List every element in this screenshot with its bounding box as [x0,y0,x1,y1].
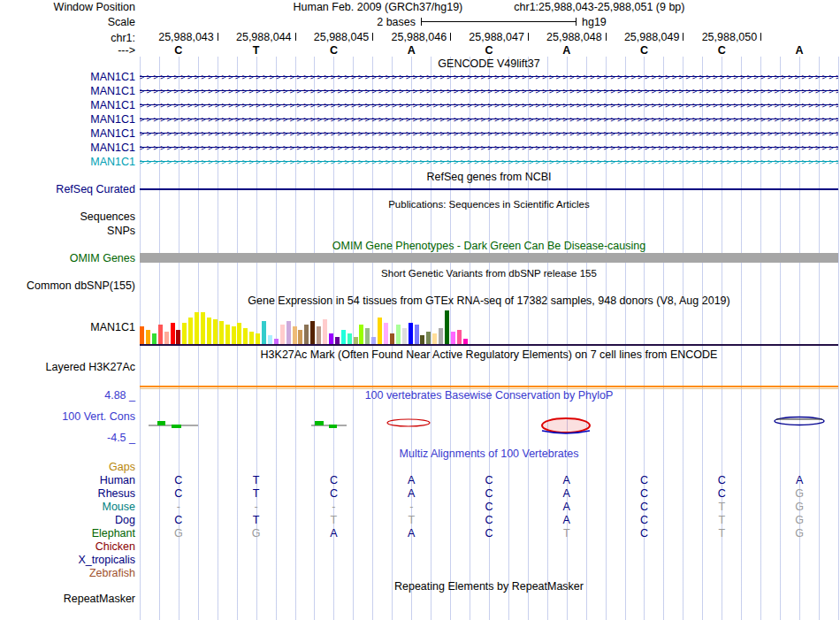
alignment-base-mouse-1: - [177,501,180,513]
gtex-bar[interactable] [396,325,401,344]
gtex-bar[interactable] [256,333,260,344]
gtex-bar[interactable] [207,318,211,344]
gtex-bar[interactable] [146,330,150,344]
gene-label-man1c1-3[interactable]: MAN1C1 [0,99,135,111]
gtex-bar[interactable] [445,310,449,344]
layered-h3k27ac-label[interactable]: Layered H3K27Ac [0,361,135,373]
gene-transcript-line-1[interactable]: >>>>>>>>>>>>>>>>>>>>>>>>>>>>>>>>>>>>>>>>… [140,72,838,82]
gtex-bar[interactable] [359,325,363,344]
genome-browser-image[interactable]: Human Feb. 2009 (GRCh37/hg19) chr1:25,98… [0,0,840,620]
ruler-tick [760,33,761,41]
common-dbsnp-label[interactable]: Common dbSNP(155) [0,279,135,292]
gtex-bar[interactable] [378,318,382,344]
gtex-bar[interactable] [329,333,333,344]
gene-transcript-line-7[interactable]: >>>>>>>>>>>>>>>>>>>>>>>>>>>>>>>>>>>>>>>>… [140,157,838,167]
gtex-bar[interactable] [201,312,205,344]
repeatmasker-label[interactable]: RepeatMasker [0,593,135,605]
gtex-bar[interactable] [317,326,321,344]
species-label-zebrafish[interactable]: Zebrafish [0,567,135,579]
alignment-base-human-5: C [485,474,493,486]
gene-transcript-line-6[interactable]: >>>>>>>>>>>>>>>>>>>>>>>>>>>>>>>>>>>>>>>>… [140,142,838,153]
refseq-curated-label[interactable]: RefSeq Curated [0,183,135,195]
species-label-x_tropicalis[interactable]: X_tropicalis [0,554,135,566]
gtex-bar[interactable] [237,323,241,344]
gtex-bar[interactable] [420,335,424,344]
gtex-bar[interactable] [384,323,388,344]
phylop-signal[interactable] [140,402,838,443]
omim-genes-label[interactable]: OMIM Genes [0,252,135,264]
gtex-bar[interactable] [335,337,340,344]
gtex-bar[interactable] [243,328,248,344]
sequences-label[interactable]: Sequences [0,210,135,223]
gtex-bar[interactable] [140,326,144,344]
gtex-bar[interactable] [402,328,407,344]
gtex-bar[interactable] [219,321,224,344]
gene-label-man1c1-6[interactable]: MAN1C1 [0,142,135,154]
gene-transcript-line-3[interactable]: >>>>>>>>>>>>>>>>>>>>>>>>>>>>>>>>>>>>>>>>… [140,100,838,111]
gtex-bar[interactable] [451,332,455,344]
gene-label-man1c1-4[interactable]: MAN1C1 [0,113,135,126]
gtex-bar[interactable] [365,328,370,344]
gtex-bar[interactable] [268,335,272,344]
gtex-bar[interactable] [323,319,327,344]
gtex-bar[interactable] [262,321,266,344]
gene-transcript-line-5[interactable]: >>>>>>>>>>>>>>>>>>>>>>>>>>>>>>>>>>>>>>>>… [140,128,838,139]
omim-gene-bar[interactable] [140,253,838,263]
gtex-bar[interactable] [415,325,419,344]
gtex-bar[interactable] [232,326,236,344]
gene-label-man1c1-7[interactable]: MAN1C1 [0,156,135,168]
gene-transcript-line-4[interactable]: >>>>>>>>>>>>>>>>>>>>>>>>>>>>>>>>>>>>>>>>… [140,114,838,125]
gtex-bar[interactable] [182,323,187,344]
alignment-base-mouse-9: G [795,501,804,513]
gtex-bar[interactable] [225,325,230,344]
gtex-bar[interactable] [286,321,291,344]
gtex-bar[interactable] [213,319,218,344]
assembly-name: Human Feb. 2009 (GRCh37/hg19) [294,1,463,13]
gtex-bar[interactable] [176,330,180,344]
snps-label[interactable]: SNPs [0,225,135,237]
gtex-bar[interactable] [249,332,254,344]
gtex-bar[interactable] [371,337,376,344]
gene-label-man1c1-2[interactable]: MAN1C1 [0,85,135,97]
ruler-base: C [174,44,182,57]
alignment-base-dog-5: C [485,514,493,526]
gtex-bar[interactable] [188,318,193,344]
gtex-bar[interactable] [152,333,157,344]
gene-label-man1c1-1[interactable]: MAN1C1 [0,71,135,83]
gtex-bar[interactable] [280,325,285,344]
refseq-transcript-line[interactable] [140,188,838,190]
gene-transcript-line-2[interactable]: >>>>>>>>>>>>>>>>>>>>>>>>>>>>>>>>>>>>>>>>… [140,86,838,96]
ruler-base: C [718,44,726,57]
gtex-bar[interactable] [293,326,297,344]
species-label-elephant[interactable]: Elephant [0,527,135,540]
gtex-bar[interactable] [426,332,431,344]
gtex-bar[interactable] [304,325,309,344]
gtex-bar[interactable] [354,337,358,344]
gtex-bar[interactable] [457,330,462,344]
gtex-bar[interactable] [432,333,437,344]
gtex-bar[interactable] [347,333,352,344]
h3k27ac-signal-line[interactable] [140,386,838,387]
gtex-bar[interactable] [390,333,394,344]
gtex-bar[interactable] [310,321,315,344]
species-label-human[interactable]: Human [0,474,135,486]
gtex-bar[interactable] [171,323,175,344]
alignment-base-rhesus-9: G [795,487,804,500]
species-label-mouse[interactable]: Mouse [0,501,135,513]
phylop-track-label[interactable]: 100 Vert. Cons [0,410,135,423]
gtex-bar[interactable] [298,330,302,344]
gtex-bar[interactable] [409,323,413,344]
gtex-bar[interactable] [439,328,443,344]
gtex-bar[interactable] [158,325,163,344]
gtex-bar[interactable] [164,332,169,344]
gtex-bar[interactable] [341,330,346,344]
alignment-base-mouse-4: - [409,501,413,513]
gtex-gene-label[interactable]: MAN1C1 [0,321,135,333]
species-label-rhesus[interactable]: Rhesus [0,487,135,500]
gene-label-man1c1-5[interactable]: MAN1C1 [0,127,135,140]
species-label-chicken[interactable]: Chicken [0,540,135,553]
gtex-bar[interactable] [195,312,199,344]
ruler-number: 25,988,050 [661,32,757,43]
species-label-gaps[interactable]: Gaps [0,461,135,473]
species-label-dog[interactable]: Dog [0,514,135,526]
